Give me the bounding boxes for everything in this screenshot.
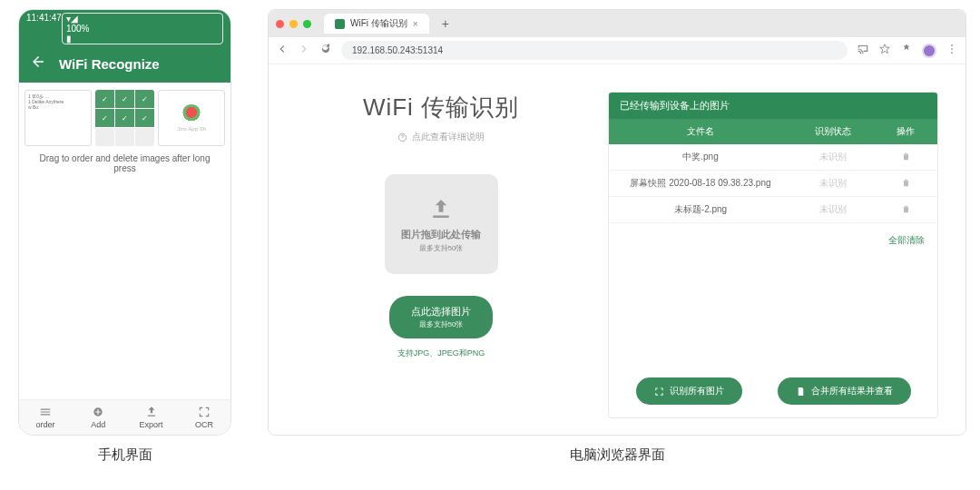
address-bar: 192.168.50.243:51314	[269, 37, 965, 64]
bottom-order[interactable]: order	[19, 400, 72, 435]
battery-text: 100%	[66, 24, 222, 34]
cell-status: 未识别	[792, 144, 874, 170]
window-max-icon[interactable]	[303, 20, 311, 28]
tab-title: WiFi 传输识别	[350, 17, 407, 30]
phone-frame: 11:41:47 ▾◢ 100% ▮ WiFi Recognize 1 第0步 …	[18, 9, 231, 436]
app-bar: WiFi Recognize	[19, 44, 230, 83]
pick-button[interactable]: 点此选择图片 最多支持50张	[389, 296, 493, 338]
bottom-export-label: Export	[140, 420, 163, 429]
window-min-icon[interactable]	[289, 20, 298, 28]
extension-icon[interactable]	[900, 43, 913, 59]
upload-icon	[427, 195, 455, 222]
drop-main: 图片拖到此处传输	[401, 228, 481, 241]
row-delete[interactable]	[874, 198, 937, 222]
help-link[interactable]: 点此查看详细说明	[397, 131, 485, 143]
cell-status: 未识别	[792, 197, 874, 222]
table-header: 文件名 识别状态 操作	[609, 119, 937, 144]
url-field[interactable]: 192.168.50.243:51314	[341, 41, 848, 60]
help-text: 点此查看详细说明	[412, 131, 485, 143]
table-row: 屏幕快照 2020-08-18 09.38.23.png 未识别	[609, 171, 937, 197]
pick-main: 点此选择图片	[411, 305, 471, 318]
panel-footer: 识别所有图片 合并所有结果并查看	[609, 368, 937, 417]
upload-column: WiFi 传输识别 点此查看详细说明 图片拖到此处传输 最多支持50张 点此选择…	[296, 92, 586, 418]
svg-point-1	[951, 48, 953, 50]
cell-name: 屏幕快照 2020-08-18 09.38.23.png	[609, 171, 792, 196]
battery-icon: ▮	[66, 34, 222, 44]
row-delete[interactable]	[874, 172, 937, 196]
appbar-title: WiFi Recognize	[59, 56, 160, 72]
recognize-all-button[interactable]: 识别所有图片	[636, 377, 742, 405]
nav-forward-icon[interactable]	[298, 43, 310, 59]
new-tab-button[interactable]: +	[435, 16, 456, 31]
col-status: 识别状态	[792, 119, 874, 144]
document-icon	[796, 387, 806, 397]
thumb-2[interactable]: ✓✓✓ ✓✓✓	[95, 90, 155, 146]
scan-icon	[654, 387, 664, 397]
drop-sub: 最多支持50张	[419, 243, 464, 253]
svg-point-0	[951, 44, 953, 46]
wifi-icon: ▾◢	[66, 14, 222, 24]
pick-sub: 最多支持50张	[419, 319, 464, 329]
drop-zone[interactable]: 图片拖到此处传输 最多支持50张	[385, 174, 498, 274]
bottom-add[interactable]: Add	[72, 400, 124, 435]
browser-window: WiFi 传输识别 × + 192.168.50.243:51314 WiFi …	[268, 9, 966, 436]
col-op: 操作	[874, 119, 937, 144]
merge-view-label: 合并所有结果并查看	[811, 385, 893, 397]
svg-point-2	[951, 52, 953, 54]
bottom-order-label: order	[36, 420, 55, 429]
profile-avatar[interactable]	[922, 44, 936, 58]
star-icon[interactable]	[878, 43, 891, 59]
bottom-add-label: Add	[91, 420, 105, 429]
table-row: 中奖.png 未识别	[609, 144, 937, 171]
row-delete[interactable]	[874, 145, 937, 170]
page-body: WiFi 传输识别 点此查看详细说明 图片拖到此处传输 最多支持50张 点此选择…	[269, 64, 965, 435]
cell-name: 未标题-2.png	[609, 197, 792, 222]
nav-back-icon[interactable]	[276, 43, 289, 59]
window-close-icon[interactable]	[276, 20, 284, 28]
bottom-ocr[interactable]: OCR	[178, 400, 230, 435]
table-row: 未标题-2.png 未识别	[609, 197, 937, 223]
thumb-1[interactable]: 1 第0步 …1 Delike Anytherew Bo:	[24, 90, 92, 146]
bottom-bar: order Add Export OCR	[19, 399, 230, 435]
thumb-3[interactable]: Jzts App Sh	[158, 90, 225, 146]
app-icon	[181, 104, 201, 124]
cast-icon[interactable]	[857, 43, 869, 59]
panel-header: 已经传输到设备上的图片	[609, 93, 937, 119]
tab-close-icon[interactable]: ×	[413, 19, 418, 29]
recognize-all-label: 识别所有图片	[670, 385, 724, 397]
page-title: WiFi 传输识别	[363, 92, 519, 123]
reload-icon[interactable]	[319, 43, 332, 59]
bottom-ocr-label: OCR	[195, 420, 213, 429]
phone-caption: 手机界面	[98, 446, 152, 464]
col-name: 文件名	[609, 119, 792, 144]
reorder-hint: Drag to order and delete images after lo…	[19, 153, 230, 173]
cell-name: 中奖.png	[609, 144, 792, 170]
browser-caption: 电脑浏览器界面	[570, 446, 665, 464]
back-icon[interactable]	[30, 54, 46, 74]
help-icon	[397, 132, 407, 142]
menu-icon[interactable]	[946, 43, 958, 59]
thumbnail-row: 1 第0步 …1 Delike Anytherew Bo: ✓✓✓ ✓✓✓ Jz…	[19, 83, 230, 153]
status-bar: 11:41:47 ▾◢ 100% ▮	[19, 10, 230, 44]
status-time: 11:41:47	[26, 13, 62, 44]
bottom-export[interactable]: Export	[125, 400, 178, 435]
clear-all-link[interactable]: 全部清除	[888, 235, 925, 245]
cell-status: 未识别	[792, 171, 874, 196]
tab-bar: WiFi 传输识别 × +	[269, 10, 965, 37]
status-right: ▾◢ 100% ▮	[62, 13, 223, 44]
favicon-icon	[335, 19, 345, 29]
uploaded-panel: 已经传输到设备上的图片 文件名 识别状态 操作 中奖.png 未识别 屏幕快照 …	[608, 92, 938, 418]
support-text: 支持JPG、JPEG和PNG	[397, 348, 485, 359]
browser-tab[interactable]: WiFi 传输识别 ×	[324, 14, 429, 34]
merge-view-button[interactable]: 合并所有结果并查看	[778, 377, 911, 405]
thumb-3-label: Jzts App Sh	[177, 126, 206, 132]
